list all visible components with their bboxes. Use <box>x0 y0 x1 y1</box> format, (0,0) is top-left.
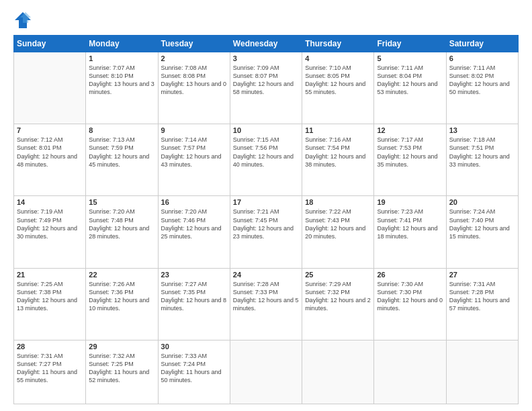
day-info: Sunrise: 7:22 AMSunset: 7:43 PMDaylight:… <box>305 208 371 240</box>
calendar-cell: 20Sunrise: 7:24 AMSunset: 7:40 PMDayligh… <box>446 196 518 268</box>
day-number: 18 <box>305 198 371 206</box>
day-number: 9 <box>161 126 227 134</box>
calendar-cell <box>302 340 374 404</box>
weekday-header-sunday: Sunday <box>14 36 86 52</box>
logo-icon <box>13 11 32 30</box>
calendar-cell: 11Sunrise: 7:16 AMSunset: 7:54 PMDayligh… <box>302 124 374 196</box>
calendar-cell: 13Sunrise: 7:18 AMSunset: 7:51 PMDayligh… <box>446 124 518 196</box>
day-number: 27 <box>449 271 515 279</box>
calendar-table: SundayMondayTuesdayWednesdayThursdayFrid… <box>13 35 519 404</box>
day-info: Sunrise: 7:19 AMSunset: 7:49 PMDaylight:… <box>17 208 83 240</box>
day-info: Sunrise: 7:24 AMSunset: 7:40 PMDaylight:… <box>449 208 515 240</box>
day-number: 4 <box>305 54 371 62</box>
calendar-cell: 22Sunrise: 7:26 AMSunset: 7:36 PMDayligh… <box>86 268 158 340</box>
day-info: Sunrise: 7:31 AMSunset: 7:28 PMDaylight:… <box>449 280 515 313</box>
day-info: Sunrise: 7:09 AMSunset: 8:07 PMDaylight:… <box>233 64 299 97</box>
calendar-cell: 29Sunrise: 7:32 AMSunset: 7:25 PMDayligh… <box>86 340 158 404</box>
day-info: Sunrise: 7:29 AMSunset: 7:32 PMDaylight:… <box>305 280 371 313</box>
day-info: Sunrise: 7:10 AMSunset: 8:05 PMDaylight:… <box>305 64 371 97</box>
calendar-cell: 12Sunrise: 7:17 AMSunset: 7:53 PMDayligh… <box>374 124 446 196</box>
week-row-3: 21Sunrise: 7:25 AMSunset: 7:38 PMDayligh… <box>14 268 519 340</box>
day-info: Sunrise: 7:14 AMSunset: 7:57 PMDaylight:… <box>161 136 227 169</box>
calendar-cell: 6Sunrise: 7:11 AMSunset: 8:02 PMDaylight… <box>446 52 518 124</box>
day-number: 25 <box>305 271 371 279</box>
calendar-cell <box>14 52 86 124</box>
week-row-2: 14Sunrise: 7:19 AMSunset: 7:49 PMDayligh… <box>14 196 519 268</box>
day-number: 6 <box>449 54 515 62</box>
calendar-cell: 10Sunrise: 7:15 AMSunset: 7:56 PMDayligh… <box>230 124 302 196</box>
day-info: Sunrise: 7:20 AMSunset: 7:46 PMDaylight:… <box>161 208 227 240</box>
day-number: 20 <box>449 198 515 206</box>
calendar-cell: 21Sunrise: 7:25 AMSunset: 7:38 PMDayligh… <box>14 268 86 340</box>
day-info: Sunrise: 7:26 AMSunset: 7:36 PMDaylight:… <box>89 280 154 313</box>
calendar-cell: 24Sunrise: 7:28 AMSunset: 7:33 PMDayligh… <box>230 268 302 340</box>
day-info: Sunrise: 7:31 AMSunset: 7:27 PMDaylight:… <box>17 352 83 385</box>
day-info: Sunrise: 7:23 AMSunset: 7:41 PMDaylight:… <box>377 208 443 240</box>
day-info: Sunrise: 7:16 AMSunset: 7:54 PMDaylight:… <box>305 136 371 169</box>
day-number: 19 <box>377 198 443 206</box>
day-number: 13 <box>449 126 515 134</box>
day-info: Sunrise: 7:25 AMSunset: 7:38 PMDaylight:… <box>17 280 83 313</box>
header <box>13 11 519 30</box>
day-number: 22 <box>89 271 154 279</box>
calendar-cell: 23Sunrise: 7:27 AMSunset: 7:35 PMDayligh… <box>158 268 230 340</box>
day-number: 21 <box>17 271 83 279</box>
calendar-cell: 16Sunrise: 7:20 AMSunset: 7:46 PMDayligh… <box>158 196 230 268</box>
day-info: Sunrise: 7:12 AMSunset: 8:01 PMDaylight:… <box>17 136 83 169</box>
day-info: Sunrise: 7:20 AMSunset: 7:48 PMDaylight:… <box>89 208 154 240</box>
week-row-1: 7Sunrise: 7:12 AMSunset: 8:01 PMDaylight… <box>14 124 519 196</box>
calendar-cell: 14Sunrise: 7:19 AMSunset: 7:49 PMDayligh… <box>14 196 86 268</box>
day-info: Sunrise: 7:28 AMSunset: 7:33 PMDaylight:… <box>233 280 299 313</box>
day-info: Sunrise: 7:33 AMSunset: 7:24 PMDaylight:… <box>161 352 227 385</box>
calendar-cell: 30Sunrise: 7:33 AMSunset: 7:24 PMDayligh… <box>158 340 230 404</box>
day-info: Sunrise: 7:08 AMSunset: 8:08 PMDaylight:… <box>161 64 227 97</box>
calendar-cell: 1Sunrise: 7:07 AMSunset: 8:10 PMDaylight… <box>86 52 158 124</box>
day-number: 14 <box>17 198 83 206</box>
day-info: Sunrise: 7:17 AMSunset: 7:53 PMDaylight:… <box>377 136 443 169</box>
day-number: 10 <box>233 126 299 134</box>
day-info: Sunrise: 7:07 AMSunset: 8:10 PMDaylight:… <box>89 64 154 97</box>
day-info: Sunrise: 7:13 AMSunset: 7:59 PMDaylight:… <box>89 136 154 169</box>
day-number: 30 <box>161 342 227 351</box>
calendar-cell <box>230 340 302 404</box>
day-number: 29 <box>89 342 154 351</box>
day-info: Sunrise: 7:21 AMSunset: 7:45 PMDaylight:… <box>233 208 299 240</box>
calendar-cell: 28Sunrise: 7:31 AMSunset: 7:27 PMDayligh… <box>14 340 86 404</box>
weekday-header-friday: Friday <box>374 36 446 52</box>
calendar-cell: 19Sunrise: 7:23 AMSunset: 7:41 PMDayligh… <box>374 196 446 268</box>
calendar-cell: 4Sunrise: 7:10 AMSunset: 8:05 PMDaylight… <box>302 52 374 124</box>
calendar-cell: 25Sunrise: 7:29 AMSunset: 7:32 PMDayligh… <box>302 268 374 340</box>
weekday-header-thursday: Thursday <box>302 36 374 52</box>
day-number: 1 <box>89 54 154 62</box>
day-number: 11 <box>305 126 371 134</box>
day-number: 7 <box>17 126 83 134</box>
day-number: 3 <box>233 54 299 62</box>
day-info: Sunrise: 7:11 AMSunset: 8:02 PMDaylight:… <box>449 64 515 97</box>
day-info: Sunrise: 7:30 AMSunset: 7:30 PMDaylight:… <box>377 280 443 313</box>
day-number: 8 <box>89 126 154 134</box>
day-number: 5 <box>377 54 443 62</box>
day-number: 15 <box>89 198 154 206</box>
calendar-cell: 26Sunrise: 7:30 AMSunset: 7:30 PMDayligh… <box>374 268 446 340</box>
day-info: Sunrise: 7:15 AMSunset: 7:56 PMDaylight:… <box>233 136 299 169</box>
calendar-cell: 15Sunrise: 7:20 AMSunset: 7:48 PMDayligh… <box>86 196 158 268</box>
weekday-header-wednesday: Wednesday <box>230 36 302 52</box>
calendar-cell <box>374 340 446 404</box>
weekday-header-row: SundayMondayTuesdayWednesdayThursdayFrid… <box>14 36 519 52</box>
calendar-cell: 2Sunrise: 7:08 AMSunset: 8:08 PMDaylight… <box>158 52 230 124</box>
day-info: Sunrise: 7:18 AMSunset: 7:51 PMDaylight:… <box>449 136 515 169</box>
day-number: 28 <box>17 342 83 351</box>
day-number: 12 <box>377 126 443 134</box>
weekday-header-saturday: Saturday <box>446 36 518 52</box>
weekday-header-tuesday: Tuesday <box>158 36 230 52</box>
calendar-cell: 5Sunrise: 7:11 AMSunset: 8:04 PMDaylight… <box>374 52 446 124</box>
page: SundayMondayTuesdayWednesdayThursdayFrid… <box>0 0 532 411</box>
week-row-0: 1Sunrise: 7:07 AMSunset: 8:10 PMDaylight… <box>14 52 519 124</box>
day-number: 17 <box>233 198 299 206</box>
day-info: Sunrise: 7:32 AMSunset: 7:25 PMDaylight:… <box>89 352 154 385</box>
weekday-header-monday: Monday <box>86 36 158 52</box>
calendar-body: 1Sunrise: 7:07 AMSunset: 8:10 PMDaylight… <box>14 52 519 404</box>
day-number: 16 <box>161 198 227 206</box>
logo <box>13 11 35 30</box>
calendar-cell: 9Sunrise: 7:14 AMSunset: 7:57 PMDaylight… <box>158 124 230 196</box>
